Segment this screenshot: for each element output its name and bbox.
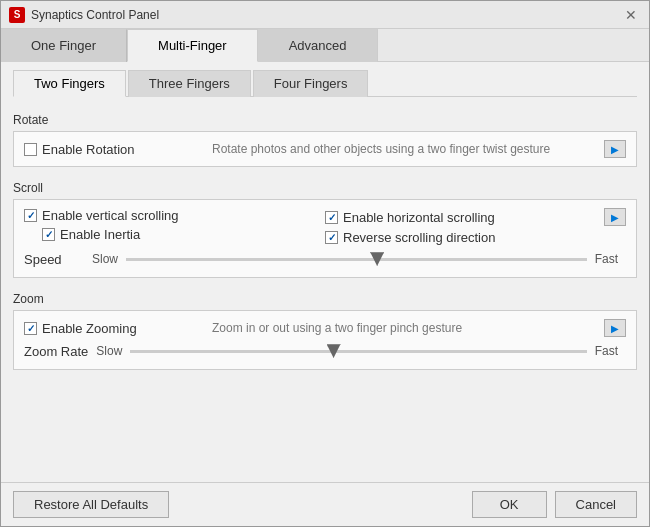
- reverse-direction-checkbox[interactable]: [325, 231, 338, 244]
- rotate-play-button[interactable]: ▶: [604, 140, 626, 158]
- zoom-description: Zoom in or out using a two finger pinch …: [212, 321, 604, 335]
- enable-horizontal-label[interactable]: Enable horizontal scrolling: [325, 210, 505, 225]
- tab-four-fingers[interactable]: Four Fingers: [253, 70, 369, 97]
- enable-vertical-label[interactable]: Enable vertical scrolling: [24, 208, 204, 223]
- close-button[interactable]: ✕: [621, 5, 641, 25]
- zoom-enable-row: Enable Zooming Zoom in or out using a tw…: [24, 319, 626, 337]
- window-title: Synaptics Control Panel: [31, 8, 621, 22]
- title-bar: S Synaptics Control Panel ✕: [1, 1, 649, 29]
- tab-one-finger[interactable]: One Finger: [1, 29, 127, 62]
- zoom-slow-label: Slow: [96, 344, 122, 358]
- scroll-speed-slider[interactable]: [126, 249, 587, 269]
- restore-defaults-button[interactable]: Restore All Defaults: [13, 491, 169, 518]
- zoom-rate-slider[interactable]: [130, 341, 586, 361]
- zoom-section: Enable Zooming Zoom in or out using a tw…: [13, 310, 637, 370]
- tab-two-fingers[interactable]: Two Fingers: [13, 70, 126, 97]
- ok-button[interactable]: OK: [472, 491, 547, 518]
- rotate-description: Rotate photos and other objects using a …: [212, 142, 604, 156]
- spacer: [13, 378, 637, 474]
- zoom-slider-track: [130, 350, 586, 353]
- scroll-slow-label: Slow: [92, 252, 118, 266]
- zoom-rate-label: Zoom Rate: [24, 344, 88, 359]
- zoom-fast-label: Fast: [595, 344, 618, 358]
- content-area: Two Fingers Three Fingers Four Fingers R…: [1, 62, 649, 482]
- reverse-direction-label[interactable]: Reverse scrolling direction: [325, 230, 505, 245]
- tab-multi-finger[interactable]: Multi-Finger: [127, 29, 258, 62]
- enable-inertia-checkbox[interactable]: [42, 228, 55, 241]
- scroll-speed-label: Speed: [24, 252, 84, 267]
- scroll-checkboxes-row1: Enable vertical scrolling Enable Inertia: [24, 208, 626, 245]
- zoom-section-label: Zoom: [13, 292, 637, 306]
- enable-zooming-checkbox[interactable]: [24, 322, 37, 335]
- scroll-fast-label: Fast: [595, 252, 618, 266]
- zoom-rate-row: Zoom Rate Slow Fast: [24, 341, 626, 361]
- sub-tab-bar: Two Fingers Three Fingers Four Fingers: [13, 70, 637, 97]
- enable-vertical-checkbox[interactable]: [24, 209, 37, 222]
- zoom-play-button[interactable]: ▶: [604, 319, 626, 337]
- scroll-section: Enable vertical scrolling Enable Inertia: [13, 199, 637, 278]
- footer: Restore All Defaults OK Cancel: [1, 482, 649, 526]
- main-tab-bar: One Finger Multi-Finger Advanced: [1, 29, 649, 62]
- inertia-row: Enable Inertia: [24, 227, 325, 242]
- scroll-slider-track: [126, 258, 587, 261]
- scroll-section-label: Scroll: [13, 181, 637, 195]
- horizontal-scroll-row: Enable horizontal scrolling ▶: [325, 208, 626, 226]
- scroll-play-button[interactable]: ▶: [604, 208, 626, 226]
- rotate-section: Enable Rotation Rotate photos and other …: [13, 131, 637, 167]
- enable-horizontal-checkbox[interactable]: [325, 211, 338, 224]
- app-icon: S: [9, 7, 25, 23]
- enable-zooming-label[interactable]: Enable Zooming: [24, 321, 204, 336]
- scroll-speed-row: Speed Slow Fast: [24, 249, 626, 269]
- reverse-direction-row: Reverse scrolling direction: [325, 230, 626, 245]
- cancel-button[interactable]: Cancel: [555, 491, 637, 518]
- zoom-slider-thumb[interactable]: [327, 344, 341, 358]
- main-window: S Synaptics Control Panel ✕ One Finger M…: [0, 0, 650, 527]
- enable-rotation-checkbox[interactable]: [24, 143, 37, 156]
- enable-inertia-label[interactable]: Enable Inertia: [42, 227, 222, 242]
- rotate-section-label: Rotate: [13, 113, 637, 127]
- rotate-row: Enable Rotation Rotate photos and other …: [24, 140, 626, 158]
- tab-three-fingers[interactable]: Three Fingers: [128, 70, 251, 97]
- footer-actions: OK Cancel: [472, 491, 637, 518]
- enable-rotation-label[interactable]: Enable Rotation: [24, 142, 204, 157]
- vertical-scroll-row: Enable vertical scrolling: [24, 208, 325, 223]
- scroll-slider-thumb[interactable]: [370, 252, 384, 266]
- tab-advanced[interactable]: Advanced: [258, 29, 378, 62]
